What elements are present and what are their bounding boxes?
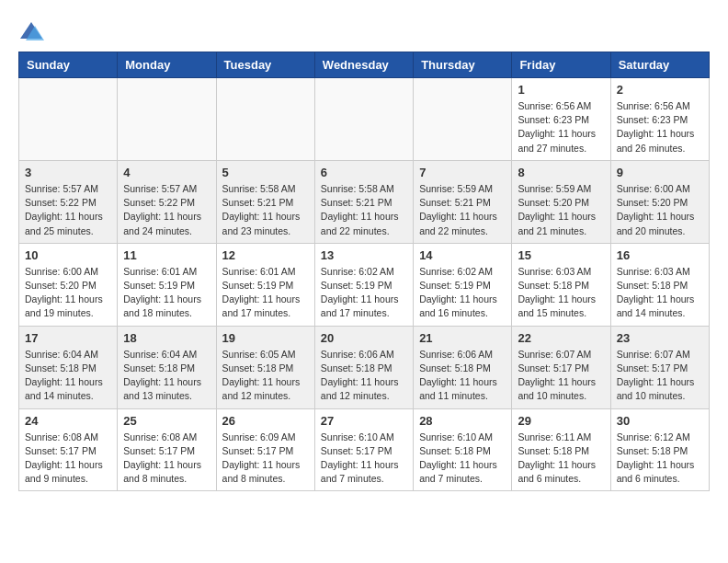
day-info: Sunrise: 6:56 AM Sunset: 6:23 PM Dayligh… xyxy=(617,99,703,155)
calendar-cell xyxy=(19,78,118,161)
day-number: 27 xyxy=(321,414,407,428)
calendar-cell: 29Sunrise: 6:11 AM Sunset: 5:18 PM Dayli… xyxy=(512,408,610,491)
calendar-cell: 9Sunrise: 6:00 AM Sunset: 5:20 PM Daylig… xyxy=(610,160,709,243)
day-number: 13 xyxy=(321,248,407,262)
week-row-4: 17Sunrise: 6:04 AM Sunset: 5:18 PM Dayli… xyxy=(19,326,710,408)
calendar-header: SundayMondayTuesdayWednesdayThursdayFrid… xyxy=(19,52,710,78)
day-number: 17 xyxy=(25,331,111,345)
day-info: Sunrise: 5:58 AM Sunset: 5:21 PM Dayligh… xyxy=(321,182,407,238)
day-number: 8 xyxy=(518,166,604,179)
logo-icon xyxy=(18,18,44,44)
calendar-cell: 7Sunrise: 5:59 AM Sunset: 5:21 PM Daylig… xyxy=(414,160,512,243)
day-number: 20 xyxy=(321,331,407,345)
day-info: Sunrise: 5:57 AM Sunset: 5:22 PM Dayligh… xyxy=(25,182,111,238)
logo xyxy=(18,18,48,44)
day-info: Sunrise: 6:02 AM Sunset: 5:19 PM Dayligh… xyxy=(321,265,407,321)
day-number: 10 xyxy=(25,248,111,262)
weekday-header-tuesday: Tuesday xyxy=(216,52,314,78)
day-number: 4 xyxy=(123,166,210,179)
calendar-cell: 4Sunrise: 5:57 AM Sunset: 5:22 PM Daylig… xyxy=(118,160,216,243)
calendar-cell xyxy=(414,78,512,161)
calendar-cell: 8Sunrise: 5:59 AM Sunset: 5:20 PM Daylig… xyxy=(512,160,610,243)
day-info: Sunrise: 6:07 AM Sunset: 5:17 PM Dayligh… xyxy=(518,348,604,404)
day-info: Sunrise: 6:56 AM Sunset: 6:23 PM Dayligh… xyxy=(518,99,604,155)
day-info: Sunrise: 6:08 AM Sunset: 5:17 PM Dayligh… xyxy=(25,431,111,487)
day-number: 6 xyxy=(321,166,407,179)
calendar-cell: 1Sunrise: 6:56 AM Sunset: 6:23 PM Daylig… xyxy=(512,78,610,161)
day-info: Sunrise: 5:59 AM Sunset: 5:21 PM Dayligh… xyxy=(419,182,506,238)
calendar-cell: 15Sunrise: 6:03 AM Sunset: 5:18 PM Dayli… xyxy=(512,243,610,326)
day-info: Sunrise: 5:57 AM Sunset: 5:22 PM Dayligh… xyxy=(123,182,210,238)
calendar-cell: 11Sunrise: 6:01 AM Sunset: 5:19 PM Dayli… xyxy=(118,243,216,326)
day-info: Sunrise: 6:08 AM Sunset: 5:17 PM Dayligh… xyxy=(123,431,210,487)
day-info: Sunrise: 6:07 AM Sunset: 5:17 PM Dayligh… xyxy=(617,348,703,404)
day-info: Sunrise: 6:12 AM Sunset: 5:18 PM Dayligh… xyxy=(617,431,703,487)
day-number: 9 xyxy=(617,166,703,179)
day-info: Sunrise: 6:01 AM Sunset: 5:19 PM Dayligh… xyxy=(222,265,309,321)
day-number: 30 xyxy=(617,414,703,428)
weekday-header-thursday: Thursday xyxy=(414,52,512,78)
day-info: Sunrise: 5:59 AM Sunset: 5:20 PM Dayligh… xyxy=(518,182,604,238)
day-info: Sunrise: 6:10 AM Sunset: 5:18 PM Dayligh… xyxy=(419,431,506,487)
calendar-cell: 30Sunrise: 6:12 AM Sunset: 5:18 PM Dayli… xyxy=(610,408,709,491)
day-info: Sunrise: 6:04 AM Sunset: 5:18 PM Dayligh… xyxy=(123,348,210,404)
week-row-3: 10Sunrise: 6:00 AM Sunset: 5:20 PM Dayli… xyxy=(19,243,710,326)
day-number: 26 xyxy=(222,414,309,428)
day-number: 19 xyxy=(222,331,309,345)
day-info: Sunrise: 6:03 AM Sunset: 5:18 PM Dayligh… xyxy=(617,265,703,321)
day-number: 15 xyxy=(518,248,604,262)
day-info: Sunrise: 6:02 AM Sunset: 5:19 PM Dayligh… xyxy=(419,265,506,321)
day-number: 14 xyxy=(419,248,506,262)
day-number: 7 xyxy=(419,166,506,179)
weekday-header-monday: Monday xyxy=(118,52,216,78)
weekday-header-row: SundayMondayTuesdayWednesdayThursdayFrid… xyxy=(19,52,710,78)
day-info: Sunrise: 6:03 AM Sunset: 5:18 PM Dayligh… xyxy=(518,265,604,321)
day-info: Sunrise: 6:10 AM Sunset: 5:17 PM Dayligh… xyxy=(321,431,407,487)
day-info: Sunrise: 6:09 AM Sunset: 5:17 PM Dayligh… xyxy=(222,431,309,487)
day-number: 11 xyxy=(123,248,210,262)
day-number: 1 xyxy=(518,83,604,97)
calendar-cell: 27Sunrise: 6:10 AM Sunset: 5:17 PM Dayli… xyxy=(314,408,413,491)
day-number: 21 xyxy=(419,331,506,345)
calendar-cell: 10Sunrise: 6:00 AM Sunset: 5:20 PM Dayli… xyxy=(19,243,118,326)
calendar-cell: 5Sunrise: 5:58 AM Sunset: 5:21 PM Daylig… xyxy=(216,160,314,243)
weekday-header-sunday: Sunday xyxy=(19,52,118,78)
calendar-cell xyxy=(314,78,413,161)
calendar-cell: 19Sunrise: 6:05 AM Sunset: 5:18 PM Dayli… xyxy=(216,326,314,408)
calendar-cell: 16Sunrise: 6:03 AM Sunset: 5:18 PM Dayli… xyxy=(610,243,709,326)
day-info: Sunrise: 6:01 AM Sunset: 5:19 PM Dayligh… xyxy=(123,265,210,321)
calendar-cell: 6Sunrise: 5:58 AM Sunset: 5:21 PM Daylig… xyxy=(314,160,413,243)
day-number: 18 xyxy=(123,331,210,345)
calendar-cell: 24Sunrise: 6:08 AM Sunset: 5:17 PM Dayli… xyxy=(19,408,118,491)
calendar-cell: 26Sunrise: 6:09 AM Sunset: 5:17 PM Dayli… xyxy=(216,408,314,491)
calendar-cell: 23Sunrise: 6:07 AM Sunset: 5:17 PM Dayli… xyxy=(610,326,709,408)
day-number: 28 xyxy=(419,414,506,428)
day-number: 24 xyxy=(25,414,111,428)
calendar-body: 1Sunrise: 6:56 AM Sunset: 6:23 PM Daylig… xyxy=(19,78,710,491)
calendar-cell xyxy=(118,78,216,161)
day-number: 23 xyxy=(617,331,703,345)
calendar-cell: 22Sunrise: 6:07 AM Sunset: 5:17 PM Dayli… xyxy=(512,326,610,408)
day-info: Sunrise: 6:06 AM Sunset: 5:18 PM Dayligh… xyxy=(321,348,407,404)
day-number: 22 xyxy=(518,331,604,345)
day-info: Sunrise: 6:11 AM Sunset: 5:18 PM Dayligh… xyxy=(518,431,604,487)
week-row-1: 1Sunrise: 6:56 AM Sunset: 6:23 PM Daylig… xyxy=(19,78,710,161)
day-number: 25 xyxy=(123,414,210,428)
weekday-header-wednesday: Wednesday xyxy=(314,52,413,78)
calendar-cell: 21Sunrise: 6:06 AM Sunset: 5:18 PM Dayli… xyxy=(414,326,512,408)
calendar-cell: 12Sunrise: 6:01 AM Sunset: 5:19 PM Dayli… xyxy=(216,243,314,326)
day-info: Sunrise: 6:00 AM Sunset: 5:20 PM Dayligh… xyxy=(25,265,111,321)
day-number: 16 xyxy=(617,248,703,262)
page-header xyxy=(18,18,710,44)
day-number: 29 xyxy=(518,414,604,428)
weekday-header-saturday: Saturday xyxy=(610,52,709,78)
day-number: 5 xyxy=(222,166,309,179)
calendar-cell: 25Sunrise: 6:08 AM Sunset: 5:17 PM Dayli… xyxy=(118,408,216,491)
day-number: 3 xyxy=(25,166,111,179)
day-info: Sunrise: 5:58 AM Sunset: 5:21 PM Dayligh… xyxy=(222,182,309,238)
day-number: 2 xyxy=(617,83,703,97)
day-info: Sunrise: 6:04 AM Sunset: 5:18 PM Dayligh… xyxy=(25,348,111,404)
calendar-cell: 14Sunrise: 6:02 AM Sunset: 5:19 PM Dayli… xyxy=(414,243,512,326)
week-row-2: 3Sunrise: 5:57 AM Sunset: 5:22 PM Daylig… xyxy=(19,160,710,243)
calendar-cell xyxy=(216,78,314,161)
